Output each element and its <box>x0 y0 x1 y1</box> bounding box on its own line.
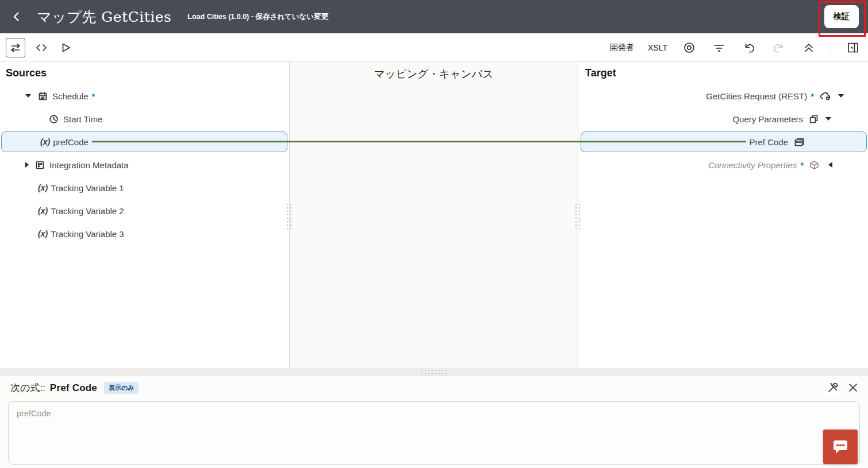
function-variable-icon: (x) <box>38 183 48 192</box>
developer-menu[interactable]: 開発者 <box>610 42 634 53</box>
source-label: Integration Metadata <box>49 160 129 170</box>
topbar: マップ先 GetCities Load Cities (1.0.0) - 保存さ… <box>0 0 868 33</box>
integration-subtitle: Load Cities (1.0.0) - 保存されていない変更 <box>187 12 328 22</box>
package-icon <box>809 160 819 170</box>
sources-header: Sources <box>6 67 47 79</box>
target-row-connectivity-properties[interactable]: Connectivity Properties * <box>578 153 868 176</box>
run-icon <box>59 41 72 55</box>
calendar-icon <box>38 91 48 101</box>
target-label: Connectivity Properties <box>708 160 797 170</box>
bottom-splitter <box>0 368 868 376</box>
mapper-tools-icon <box>826 381 840 394</box>
number-type-icon: 123 <box>794 137 805 147</box>
toolbar-separator <box>831 40 831 56</box>
left-splitter-grip[interactable] <box>286 203 292 231</box>
source-label: Tracking Variable 2 <box>51 206 124 216</box>
expression-tools-button[interactable] <box>824 379 842 396</box>
filter-button[interactable] <box>711 40 727 56</box>
target-label: Pref Code <box>749 137 788 147</box>
side-panel-toggle-button[interactable] <box>845 40 861 56</box>
view-only-badge: 表示のみ <box>104 382 139 394</box>
canvas-title: マッピング・キャンバス <box>290 67 578 81</box>
redo-button[interactable] <box>771 40 787 56</box>
eye-icon <box>682 41 696 55</box>
function-variable-icon: (x) <box>40 137 50 146</box>
caret-left-icon[interactable] <box>828 162 832 168</box>
cloud-endpoint-icon <box>820 91 831 101</box>
clock-icon <box>49 114 59 124</box>
code-view-button[interactable] <box>33 40 49 56</box>
target-row-getcities-request[interactable]: GetCities Request (REST) * <box>578 84 868 107</box>
caret-down-icon[interactable] <box>838 94 844 98</box>
target-label: Query Parameters <box>732 114 803 124</box>
source-row-schedule[interactable]: Schedule * <box>0 84 289 107</box>
source-label: Tracking Variable 1 <box>51 183 124 193</box>
chat-assistant-button[interactable] <box>823 430 858 464</box>
required-marker: * <box>92 91 95 101</box>
expression-input[interactable]: prefCode <box>8 401 860 465</box>
page-title: マップ先 GetCities <box>37 7 171 26</box>
back-button[interactable] <box>8 8 25 25</box>
validate-button[interactable]: 検証 <box>824 5 859 28</box>
caret-right-icon[interactable] <box>25 162 29 168</box>
required-marker: * <box>800 160 804 170</box>
undo-button[interactable] <box>741 40 757 56</box>
undo-icon <box>742 41 756 55</box>
source-row-tracking-var-1[interactable]: (x) Tracking Variable 1 <box>0 176 289 199</box>
source-label: Tracking Variable 3 <box>51 229 124 239</box>
mapping-connection-line[interactable] <box>92 141 746 142</box>
function-variable-icon: (x) <box>38 229 48 238</box>
source-label: Schedule <box>52 91 89 101</box>
mapping-canvas[interactable]: マッピング・キャンバス <box>289 62 578 368</box>
mapper-toolbar: 開発者 XSLT <box>0 33 868 62</box>
swap-mapping-button[interactable] <box>6 38 25 57</box>
redo-icon <box>772 41 786 55</box>
close-icon <box>847 382 859 393</box>
target-row-query-parameters[interactable]: Query Parameters <box>578 107 868 130</box>
source-row-integration-metadata[interactable]: Integration Metadata <box>0 153 289 176</box>
collapse-all-icon <box>802 41 816 55</box>
run-test-button[interactable] <box>57 40 74 56</box>
right-splitter-grip[interactable] <box>574 203 581 231</box>
expression-header: 次の式:: Pref Code 表示のみ <box>10 381 139 394</box>
expression-panel: 次の式:: Pref Code 表示のみ prefCode <box>0 376 868 468</box>
bottom-splitter-grip[interactable] <box>420 369 448 374</box>
target-header: Target <box>585 67 616 79</box>
caret-down-icon[interactable] <box>25 94 31 98</box>
xslt-menu[interactable]: XSLT <box>648 43 667 52</box>
swap-icon <box>9 41 22 54</box>
required-marker: * <box>811 91 814 101</box>
mapping-area: Sources マッピング・キャンバス Target Schedule * <box>0 62 868 368</box>
expression-target-name: Pref Code <box>50 382 97 394</box>
side-panel-icon <box>846 41 860 55</box>
target-label: GetCities Request (REST) <box>706 91 807 101</box>
source-label: Start Time <box>63 114 102 124</box>
source-row-tracking-var-3[interactable]: (x) Tracking Variable 3 <box>0 222 289 245</box>
chat-icon <box>831 438 850 455</box>
layers-icon <box>809 114 819 124</box>
svg-text:123: 123 <box>797 141 800 143</box>
function-variable-icon: (x) <box>38 206 48 215</box>
mapper-window: マップ先 GetCities Load Cities (1.0.0) - 保存さ… <box>0 0 868 468</box>
code-icon <box>34 41 48 55</box>
source-row-start-time[interactable]: Start Time <box>0 107 289 130</box>
source-label: prefCode <box>53 137 89 147</box>
collapse-all-button[interactable] <box>801 40 817 56</box>
source-row-tracking-var-2[interactable]: (x) Tracking Variable 2 <box>0 199 289 222</box>
expression-close-button[interactable] <box>846 381 860 394</box>
preview-button[interactable] <box>681 40 697 56</box>
caret-down-icon[interactable] <box>825 117 831 121</box>
expression-label: 次の式:: <box>10 381 45 394</box>
metadata-icon <box>35 160 45 170</box>
back-chevron-icon <box>10 10 23 23</box>
filter-icon <box>712 41 726 55</box>
